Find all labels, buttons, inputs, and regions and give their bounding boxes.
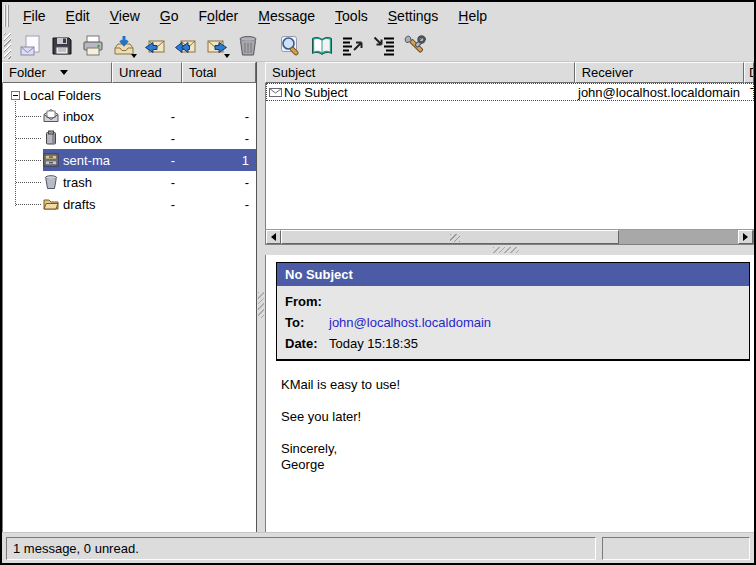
dropdown-arrow-icon <box>131 54 137 58</box>
find-icon <box>279 34 303 58</box>
reply-all-button[interactable] <box>170 31 201 61</box>
message-list-hscrollbar <box>265 229 754 245</box>
folder-unread-count: - <box>113 197 183 212</box>
trash-folder-icon <box>43 174 59 190</box>
scroll-right-button[interactable] <box>738 230 753 244</box>
folder-row-content: outbox-- <box>43 127 256 149</box>
total-column-label: Total <box>189 65 216 80</box>
address-book-button[interactable] <box>306 31 337 61</box>
save-icon <box>50 34 74 58</box>
scroll-left-button[interactable] <box>266 230 281 244</box>
tree-indent <box>3 193 43 215</box>
header-field-to: To:john@localhost.localdomain <box>277 312 749 333</box>
scrollbar-thumb[interactable] <box>281 230 619 244</box>
body-line: See you later! <box>281 409 754 425</box>
menu-go[interactable]: Go <box>150 5 189 27</box>
toolbar-grip-handle[interactable] <box>4 33 11 59</box>
menu-message[interactable]: Message <box>248 5 325 27</box>
folder-total-count: 1 <box>183 153 256 168</box>
root-folder-label: Local Folders <box>23 88 101 103</box>
header-field-date: Date:Today 15:18:35 <box>277 333 749 359</box>
folder-row-drafts[interactable]: drafts-- <box>3 193 256 215</box>
message-subject: No Subject <box>284 85 577 100</box>
email-address-link[interactable]: john@localhost.localdomain <box>329 314 491 331</box>
field-label: From: <box>285 293 329 310</box>
folder-column-label: Folder <box>9 65 46 80</box>
tree-branch-line <box>16 204 41 205</box>
menu-view[interactable]: View <box>100 5 150 27</box>
subject-column-label: Subject <box>272 65 315 80</box>
menubar-grip-handle[interactable] <box>4 5 9 27</box>
trash-icon <box>236 34 260 58</box>
folder-row-trash[interactable]: trash-- <box>3 171 256 193</box>
arrow-left-icon <box>271 233 276 241</box>
print-icon <box>81 34 105 58</box>
message-date: Today 15:18:35 <box>747 85 753 100</box>
new-message-button[interactable] <box>15 31 46 61</box>
main-area: Folder Unread Total Local Folders inbox-… <box>2 62 754 532</box>
folder-row-content: trash-- <box>43 171 256 193</box>
subject-column-header[interactable]: Subject <box>265 62 575 83</box>
scrollbar-track[interactable] <box>619 230 738 244</box>
folder-row-sent-ma[interactable]: sent-ma-1 <box>3 149 256 171</box>
menu-tools[interactable]: Tools <box>325 5 378 27</box>
message-envelope-icon <box>267 88 284 97</box>
mark-message-button[interactable] <box>337 31 368 61</box>
horizontal-pane-splitter[interactable] <box>265 245 754 255</box>
menu-file[interactable]: File <box>13 5 56 27</box>
message-reader-pane: No Subject From:To:john@localhost.locald… <box>265 255 754 532</box>
total-column-header[interactable]: Total <box>182 62 256 83</box>
folder-column-header[interactable]: Folder <box>2 62 112 83</box>
tree-branch-line <box>16 138 41 139</box>
status-bar: 1 message, 0 unread. <box>2 532 754 563</box>
folder-row-content: sent-ma-1 <box>43 149 256 171</box>
folder-row-content: inbox-- <box>43 105 256 127</box>
save-button[interactable] <box>46 31 77 61</box>
configure-button[interactable] <box>399 31 430 61</box>
body-line <box>281 425 754 441</box>
unread-column-header[interactable]: Unread <box>112 62 182 83</box>
right-panes: Subject Receiver Date No Subjectjohn@loc… <box>265 62 754 532</box>
sort-descending-icon <box>60 70 68 75</box>
reply-icon <box>143 34 167 58</box>
menu-folder[interactable]: Folder <box>189 5 249 27</box>
folder-total-count: - <box>183 109 256 124</box>
menu-settings[interactable]: Settings <box>378 5 449 27</box>
reply-button[interactable] <box>139 31 170 61</box>
message-header-fields: From:To:john@localhost.localdomainDate:T… <box>277 286 749 359</box>
drafts-folder-icon <box>43 196 59 212</box>
body-line <box>281 393 754 409</box>
folder-row-outbox[interactable]: outbox-- <box>3 127 256 149</box>
address-book-icon <box>310 34 334 58</box>
check-mail-button[interactable] <box>108 31 139 61</box>
menu-items: FileEditViewGoFolderMessageToolsSettings… <box>13 5 497 27</box>
receiver-column-header[interactable]: Receiver <box>575 62 744 83</box>
outbox-folder-icon <box>43 130 59 146</box>
folder-row-inbox[interactable]: inbox-- <box>3 105 256 127</box>
folder-list-header: Folder Unread Total <box>2 62 256 83</box>
tree-branch-line <box>16 182 41 183</box>
collapse-expander-icon[interactable] <box>11 91 20 100</box>
print-button[interactable] <box>77 31 108 61</box>
menu-edit[interactable]: Edit <box>56 5 100 27</box>
folder-root-local-folders[interactable]: Local Folders <box>3 85 256 105</box>
field-label: Date: <box>285 335 329 352</box>
field-value: Today 15:18:35 <box>329 335 418 352</box>
toolbar <box>2 30 754 62</box>
folder-total-count: - <box>183 175 256 190</box>
tree-indent <box>3 105 43 127</box>
menu-help[interactable]: Help <box>448 5 497 27</box>
vertical-pane-splitter[interactable] <box>257 62 265 532</box>
status-progress-panel <box>602 537 750 560</box>
date-column-header[interactable]: Date <box>744 62 754 83</box>
kmail-window: FileEditViewGoFolderMessageToolsSettings… <box>0 0 756 565</box>
folder-name: trash <box>63 175 113 190</box>
folder-rows: inbox--outbox--sent-ma-1trash--drafts-- <box>3 105 256 215</box>
body-line: Sincerely, <box>281 441 754 457</box>
forward-button[interactable] <box>201 31 232 61</box>
apply-filters-button[interactable] <box>368 31 399 61</box>
receiver-column-label: Receiver <box>582 65 633 80</box>
find-messages-button[interactable] <box>275 31 306 61</box>
delete-button[interactable] <box>232 31 263 61</box>
message-row[interactable]: No Subjectjohn@localhost.localdomainToda… <box>266 83 754 101</box>
